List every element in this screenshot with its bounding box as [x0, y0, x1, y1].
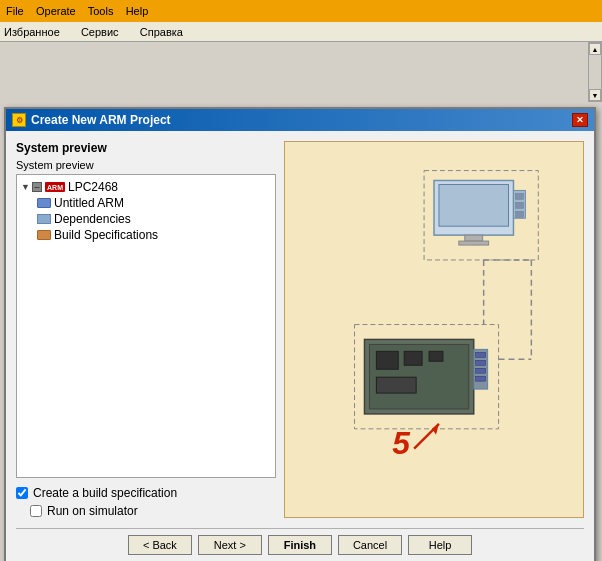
top-bar: File Operate Tools Help [0, 0, 602, 22]
tree-label-lpc2468: LPC2468 [68, 180, 118, 194]
right-panel-preview: 5 [284, 141, 584, 518]
svg-rect-11 [376, 351, 398, 369]
cancel-button[interactable]: Cancel [338, 535, 402, 555]
tree-label-build: Build Specifications [54, 228, 158, 242]
arm-icon: ARM [45, 182, 65, 192]
dialog-content: System preview System preview ▼ ─ ARM LP… [6, 131, 594, 561]
menu-help-secondary[interactable]: Справка [140, 26, 183, 38]
svg-rect-1 [439, 184, 509, 226]
secondary-menu-bar: Избранное Сервис Справка [0, 22, 602, 42]
chip-icon [37, 198, 51, 208]
svg-rect-12 [404, 351, 422, 365]
help-button[interactable]: Help [408, 535, 472, 555]
preview-svg: 5 [285, 142, 583, 517]
tree-label-deps: Dependencies [54, 212, 131, 226]
run-simulator-checkbox[interactable] [30, 505, 42, 517]
menu-service[interactable]: Сервис [81, 26, 119, 38]
tree-item-build-specs[interactable]: Build Specifications [21, 227, 271, 243]
run-simulator-row[interactable]: Run on simulator [16, 504, 276, 518]
dialog-close-button[interactable]: ✕ [572, 113, 588, 127]
top-bar-menu[interactable]: File Operate Tools Help [6, 5, 148, 17]
deps-icon [37, 214, 51, 224]
left-panel: System preview System preview ▼ ─ ARM LP… [16, 141, 276, 518]
menu-help[interactable]: Help [126, 5, 149, 17]
svg-rect-6 [515, 202, 523, 208]
svg-rect-13 [429, 351, 443, 361]
svg-rect-2 [465, 235, 483, 241]
panel-title: System preview [16, 141, 276, 155]
svg-rect-18 [476, 368, 486, 373]
preview-content: 5 [285, 142, 583, 517]
create-build-spec-checkbox[interactable] [16, 487, 28, 499]
svg-marker-27 [432, 424, 439, 435]
tree-item-lpc2468[interactable]: ▼ ─ ARM LPC2468 [21, 179, 271, 195]
svg-rect-14 [376, 377, 416, 393]
tree-item-untitled[interactable]: Untitled ARM [21, 195, 271, 211]
run-simulator-label: Run on simulator [47, 504, 138, 518]
expand-arrow: ▼ [21, 182, 29, 192]
create-arm-project-dialog: ⚙ Create New ARM Project ✕ System previe… [4, 107, 596, 561]
menu-favorites[interactable]: Избранное [4, 26, 60, 38]
panel-subtitle: System preview [16, 159, 276, 171]
menu-tools[interactable]: Tools [88, 5, 114, 17]
menu-operate[interactable]: Operate [36, 5, 76, 17]
build-icon [37, 230, 51, 240]
tree-label-untitled: Untitled ARM [54, 196, 124, 210]
dialog-titlebar: ⚙ Create New ARM Project ✕ [6, 109, 594, 131]
svg-rect-19 [476, 376, 486, 381]
next-button[interactable]: Next > [198, 535, 262, 555]
dialog-body: System preview System preview ▼ ─ ARM LP… [16, 141, 584, 518]
create-build-spec-label: Create a build specification [33, 486, 177, 500]
dialog-titlebar-left: ⚙ Create New ARM Project [12, 113, 171, 127]
tree-item-dependencies[interactable]: Dependencies [21, 211, 271, 227]
finish-button[interactable]: Finish [268, 535, 332, 555]
svg-text:5: 5 [392, 425, 411, 461]
svg-rect-5 [515, 193, 523, 199]
dialog-title: Create New ARM Project [31, 113, 171, 127]
dialog-icon: ⚙ [12, 113, 26, 127]
menu-file[interactable]: File [6, 5, 24, 17]
svg-rect-16 [476, 352, 486, 357]
tree-container: ▼ ─ ARM LPC2468 Untitled ARM [16, 174, 276, 478]
create-build-spec-row[interactable]: Create a build specification [16, 486, 276, 500]
checkbox-area: Create a build specification Run on simu… [16, 486, 276, 518]
dialog-buttons: < Back Next > Finish Cancel Help [16, 528, 584, 555]
svg-rect-17 [476, 360, 486, 365]
icon-minus: ─ [32, 182, 42, 192]
svg-rect-7 [515, 211, 523, 217]
back-button[interactable]: < Back [128, 535, 192, 555]
svg-rect-3 [459, 241, 489, 245]
